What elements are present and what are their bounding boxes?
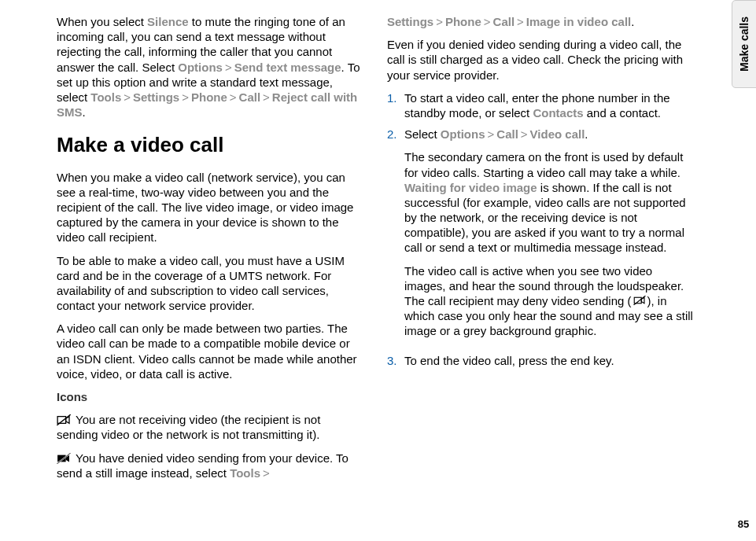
text: The secondary camera on the front is use… [404,150,683,178]
icon-row-1: You are not receiving video (the recipie… [57,412,363,442]
separator-gt: > [223,61,234,74]
phone-label: Phone [445,15,481,28]
send-text-label: Send text message [234,61,341,74]
draft-watermark: Draft [0,443,8,525]
paragraph-video-intro: When you make a video call (network serv… [57,170,363,245]
step-2-body2: The video call is active when you see tw… [404,263,694,339]
icon2-text-a: You have denied video sending from your … [57,451,348,480]
separator-gt: > [481,15,493,28]
video-denied-icon [57,453,71,464]
step-2-body1: The secondary camera on the front is use… [404,149,694,255]
options-label: Options [178,61,223,74]
paragraph-silence: When you select Silence to mute the ring… [57,14,363,120]
heading-make-video-call: Make a video call [57,132,363,158]
text: Select [404,127,441,141]
video-denied-icon [633,296,646,307]
settings-label: Settings [387,15,433,28]
silence-label: Silence [147,15,189,28]
icons-heading: Icons [57,389,363,404]
separator-gt: > [227,90,239,104]
left-column: When you select Silence to mute the ring… [57,14,363,527]
text: . [631,15,634,28]
page: When you select Silence to mute the ring… [0,0,756,541]
call-label: Call [493,15,515,28]
page-number: 85 [738,518,750,541]
separator-gt: > [518,127,530,141]
step-1: 1. To start a video call, enter the phon… [387,90,694,120]
text: . [83,105,86,119]
icon1-text: You are not receiving video (the recipie… [57,413,320,441]
step-number-2: 2. [387,127,404,346]
step-number-3: 3. [387,353,404,368]
text: . [585,127,588,141]
icons-heading-text: Icons [57,390,87,403]
step-2: 2. Select Options>Call>Video call. The s… [387,127,694,346]
separator-gt: > [260,90,272,104]
separator-gt: > [514,15,526,28]
no-video-receive-icon [57,414,71,425]
separator-gt: > [260,466,272,480]
contacts-label: Contacts [533,106,583,120]
call-label: Call [496,127,518,141]
waiting-label: Waiting for video image [404,181,537,194]
side-tab: Make calls 85 [732,0,756,541]
call-label: Call [239,90,261,104]
step-3-body: To end the video call, press the end key… [404,353,694,368]
separator-gt: > [121,90,133,104]
separator-gt: > [179,90,191,104]
paragraph-two-parties: A video call can only be made between tw… [57,321,363,381]
step-1-body: To start a video call, enter the phone n… [404,90,694,120]
section-tab-label: Make calls [738,17,750,72]
icon-row-2: You have denied video sending from your … [57,451,363,480]
paragraph-usim: To be able to make a video call, you mus… [57,253,363,314]
separator-gt: > [485,127,497,141]
phone-label: Phone [191,90,227,104]
separator-gt: > [433,15,445,28]
options-label: Options [441,127,485,141]
step-2-line1: Select Options>Call>Video call. [404,127,694,142]
image-in-video-label: Image in video call [526,15,631,28]
step-2-body: Select Options>Call>Video call. The seco… [404,127,694,346]
tools-label: Tools [230,466,260,480]
content-area: When you select Silence to mute the ring… [0,0,756,541]
text: and a contact. [584,106,661,120]
right-column: Settings>Phone>Call>Image in video call.… [387,14,694,527]
step-number-1: 1. [387,90,404,120]
video-call-label: Video call [530,127,585,141]
paragraph-charged: Even if you denied video sending during … [387,37,694,83]
step-3: 3. To end the video call, press the end … [387,353,694,368]
continued-path: Settings>Phone>Call>Image in video call. [387,14,694,29]
settings-label: Settings [133,90,179,104]
section-tab: Make calls [732,0,756,88]
text: When you select [57,15,147,28]
tools-label: Tools [90,90,121,104]
